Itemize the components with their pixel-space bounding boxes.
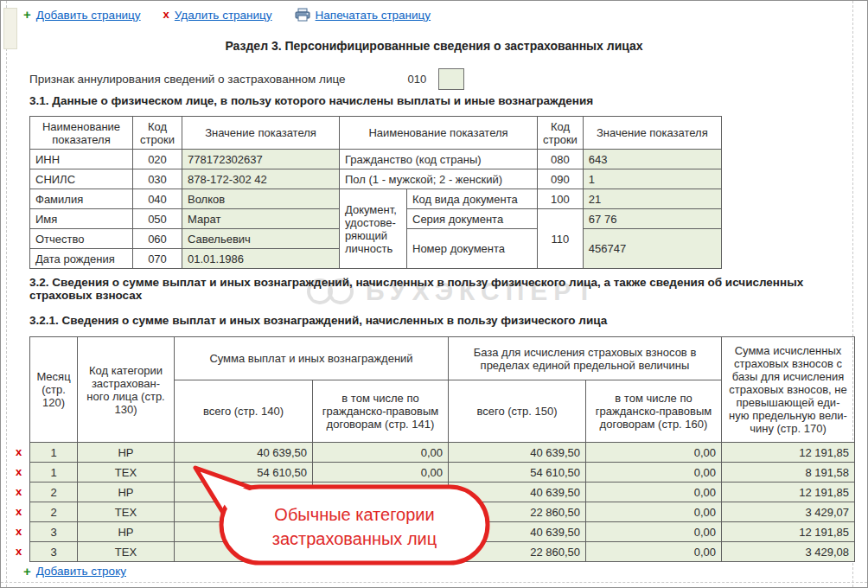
add-row-link[interactable]: Добавить строку bbox=[36, 565, 126, 578]
p160-cell[interactable]: 0,00 bbox=[586, 542, 722, 562]
row-label-snils: СНИЛС bbox=[30, 169, 133, 189]
category-cell[interactable]: НР bbox=[78, 483, 175, 502]
plus-icon: + bbox=[23, 566, 31, 578]
p160-cell[interactable]: 0,00 bbox=[586, 502, 722, 522]
col-header-160: в том числе по гражданско-правовым догов… bbox=[586, 380, 722, 443]
category-cell[interactable]: НР bbox=[78, 443, 175, 463]
category-cell[interactable]: ТЕХ bbox=[78, 463, 175, 483]
firstname-field[interactable]: Марат bbox=[182, 209, 340, 229]
form-section3: БУХЭКСПЕРТ + Добавить страницу x Удалить… bbox=[0, 0, 868, 588]
snils-field[interactable]: 878-172-302 42 bbox=[182, 169, 340, 189]
p150-cell[interactable]: 54 610,50 bbox=[449, 463, 586, 483]
print-page-link[interactable]: Напечатать страницу bbox=[316, 9, 431, 22]
row-code-doc-type: 100 bbox=[538, 189, 584, 209]
row-label-doc-number: Номер документа bbox=[407, 229, 538, 269]
p141-cell[interactable] bbox=[313, 542, 449, 562]
p140-cell[interactable] bbox=[175, 522, 313, 542]
delete-row-button[interactable]: x bbox=[8, 521, 29, 541]
p140-cell[interactable] bbox=[175, 542, 313, 562]
p140-cell[interactable] bbox=[175, 483, 313, 502]
add-page-link[interactable]: Добавить страницу bbox=[36, 9, 141, 22]
p140-cell[interactable] bbox=[175, 502, 313, 522]
row-code-lastname: 040 bbox=[133, 189, 182, 209]
category-cell[interactable]: НР bbox=[78, 522, 175, 542]
delete-page-link[interactable]: Удалить страницу bbox=[175, 9, 272, 22]
col-header-value-right: Значение показателя bbox=[583, 117, 721, 150]
col-header-month: Месяц (стр. 120) bbox=[30, 337, 78, 443]
delete-row-button[interactable]: x bbox=[8, 541, 29, 561]
col-header-150: всего (стр. 150) bbox=[449, 380, 586, 443]
row-label-firstname: Имя bbox=[30, 209, 133, 229]
delete-row-button[interactable]: x bbox=[8, 502, 29, 521]
p160-cell[interactable]: 0,00 bbox=[586, 522, 722, 542]
delete-row-button[interactable]: x bbox=[8, 462, 29, 482]
annulment-input[interactable] bbox=[438, 68, 464, 90]
category-cell[interactable]: ТЕХ bbox=[78, 502, 175, 522]
p160-cell[interactable]: 0,00 bbox=[586, 463, 722, 483]
p140-cell[interactable]: 40 639,50 bbox=[175, 443, 313, 463]
row-code-birthdate: 070 bbox=[133, 249, 182, 269]
delete-row-button[interactable]: x bbox=[8, 482, 29, 502]
p160-cell[interactable]: 0,00 bbox=[586, 443, 722, 463]
row-code-citizenship: 080 bbox=[538, 150, 584, 169]
add-row-button[interactable]: + Добавить строку bbox=[23, 565, 126, 578]
p150-cell[interactable]: 22 860,50 bbox=[449, 502, 586, 522]
p150-cell[interactable]: 22 860,50 bbox=[449, 542, 586, 562]
p141-cell[interactable]: 0,00 bbox=[313, 463, 449, 483]
inn-field[interactable]: 778172302637 bbox=[182, 150, 340, 169]
annulment-row: Признак аннулирования сведений о застрах… bbox=[29, 68, 464, 90]
doc-series-field[interactable]: 67 76 bbox=[583, 209, 721, 229]
row-label-sex: Пол (1 - мужской; 2 - женский) bbox=[340, 169, 538, 189]
month-cell[interactable]: 1 bbox=[30, 443, 78, 463]
col-header-140: всего (стр. 140) bbox=[175, 380, 313, 443]
sex-field[interactable]: 1 bbox=[583, 169, 721, 189]
p150-cell[interactable]: 40 639,50 bbox=[449, 443, 586, 463]
birthdate-field[interactable]: 01.01.1986 bbox=[182, 249, 340, 269]
doc-type-field[interactable]: 21 bbox=[583, 189, 721, 209]
month-cell[interactable]: 3 bbox=[30, 542, 78, 562]
p170-cell[interactable]: 3 429,07 bbox=[722, 502, 855, 522]
p141-cell[interactable] bbox=[313, 522, 449, 542]
p141-cell[interactable] bbox=[313, 502, 449, 522]
section-3-2-heading: 3.2. Сведения о сумме выплат и иных возн… bbox=[29, 276, 842, 302]
row-label-inn: ИНН bbox=[30, 150, 133, 169]
p170-cell[interactable]: 8 191,58 bbox=[722, 463, 855, 483]
p141-cell[interactable] bbox=[313, 483, 449, 502]
row-code-sex: 090 bbox=[538, 169, 584, 189]
toolbar: + Добавить страницу x Удалить страницу Н… bbox=[23, 8, 431, 22]
p141-cell[interactable]: 0,00 bbox=[313, 443, 449, 463]
group-header-payments: Сумма выплат и иных вознаграждений bbox=[175, 337, 449, 380]
delete-page-button[interactable]: x Удалить страницу bbox=[163, 9, 272, 22]
row-label-middlename: Отчество bbox=[30, 229, 133, 249]
p150-cell[interactable]: 40 639,50 bbox=[449, 483, 586, 502]
annulment-label: Признак аннулирования сведений о застрах… bbox=[29, 73, 346, 86]
lastname-field[interactable]: Волков bbox=[182, 189, 340, 209]
delete-row-button[interactable]: x bbox=[8, 442, 29, 462]
p170-cell[interactable]: 12 191,85 bbox=[722, 522, 855, 542]
add-page-button[interactable]: + Добавить страницу bbox=[23, 9, 141, 22]
row-code-doc-number: 110 bbox=[538, 209, 584, 269]
p160-cell[interactable]: 0,00 bbox=[586, 483, 722, 502]
p170-cell[interactable]: 12 191,85 bbox=[722, 483, 855, 502]
delete-icon: x bbox=[163, 9, 169, 21]
p140-cell[interactable]: 54 610,50 bbox=[175, 463, 313, 483]
middlename-field[interactable]: Савельевич bbox=[182, 229, 340, 249]
col-header-code-right: Код строки bbox=[538, 117, 584, 150]
doc-number-field[interactable]: 456747 bbox=[583, 229, 721, 269]
citizenship-field[interactable]: 643 bbox=[583, 150, 721, 169]
p170-cell[interactable]: 12 191,85 bbox=[722, 443, 855, 463]
section-3-1-heading: 3.1. Данные о физическом лице, в пользу … bbox=[29, 94, 593, 107]
row-label-doc-type: Код вида документа bbox=[407, 189, 538, 209]
month-cell[interactable]: 3 bbox=[30, 522, 78, 542]
month-cell[interactable]: 1 bbox=[30, 463, 78, 483]
delete-row-column: x x x x x x bbox=[8, 336, 29, 562]
month-cell[interactable]: 2 bbox=[30, 483, 78, 502]
month-cell[interactable]: 2 bbox=[30, 502, 78, 522]
p150-cell[interactable]: 40 639,50 bbox=[449, 522, 586, 542]
print-page-button[interactable]: Напечатать страницу bbox=[295, 8, 431, 22]
group-header-base: База для исчисления страховых взносов в … bbox=[449, 337, 722, 380]
printer-icon bbox=[295, 8, 310, 22]
col-header-141: в том числе по гражданско-правовым догов… bbox=[313, 380, 449, 443]
category-cell[interactable]: ТЕХ bbox=[78, 542, 175, 562]
p170-cell[interactable]: 3 429,08 bbox=[722, 542, 855, 562]
